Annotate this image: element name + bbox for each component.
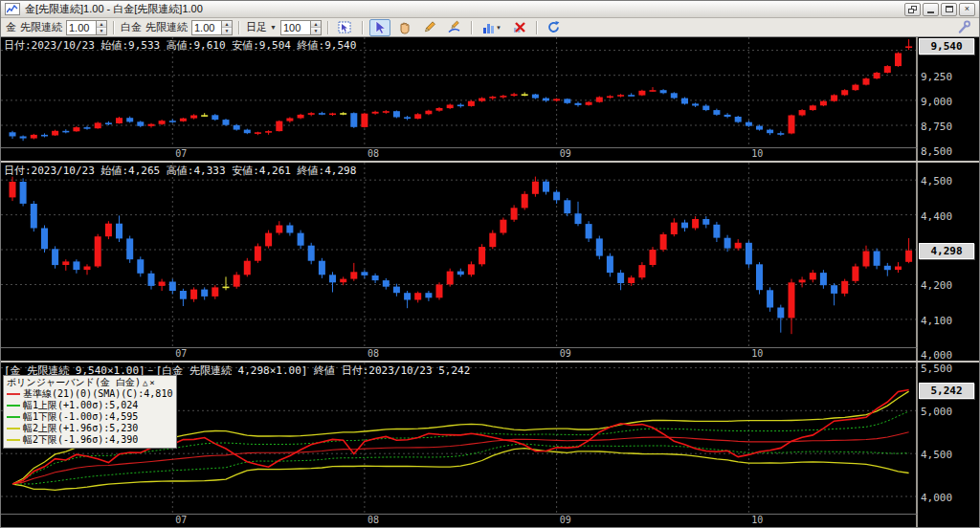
period-type-label: 日足 (246, 20, 267, 34)
y-axis-tick-label: 4,500 (921, 175, 952, 187)
gold-ratio-value[interactable]: 1.00 (67, 21, 96, 34)
y-axis-tick-label: 4,400 (921, 210, 952, 223)
gold-time-axis: 07080910 (1, 147, 918, 161)
toolbar-separator (113, 21, 115, 34)
x-axis-month-label: 07 (175, 515, 187, 525)
toolbar-separator (471, 21, 473, 34)
chevron-down-icon: ▼ (496, 25, 501, 31)
pen-curve-icon (447, 20, 461, 34)
bollinger-legend-item: 幅2下限(-1.96σ):4,390 (7, 434, 172, 446)
y-axis-tick-label: 9,250 (921, 71, 952, 83)
x-axis-month-label: 09 (560, 148, 571, 159)
platinum-chart-panel: 日付:2023/10/23 始値:4,265 高値:4,333 安値:4,261… (1, 161, 979, 361)
legend-close-icon[interactable]: × (149, 378, 154, 387)
select-arrow-icon (373, 20, 387, 34)
gold-price-axis: 9,540 9,2509,0008,7508,500 (918, 37, 979, 161)
refresh-button[interactable] (544, 19, 565, 36)
legend-item-label: 幅2下限(-1.96σ):4,390 (23, 434, 138, 445)
spin-up-button[interactable]: ▲ (222, 21, 232, 29)
y-axis-tick-label: 4,100 (921, 315, 952, 327)
delete-x-icon (512, 20, 526, 34)
x-axis-month-label: 10 (751, 515, 763, 525)
platinum-plot-area[interactable]: 日付:2023/10/23 始値:4,265 高値:4,333 安値:4,261… (1, 163, 918, 347)
platinum-time-axis: 07080910 (1, 347, 918, 361)
pan-tool-button[interactable] (394, 19, 415, 36)
chevron-down-icon: ▼ (270, 24, 277, 31)
y-axis-tick-label: 4,500 (921, 449, 952, 461)
x-axis-month-label: 08 (368, 348, 379, 359)
cross-line-tool-button[interactable] (335, 19, 356, 36)
gold-ohlc-info: 日付:2023/10/23 始値:9,533 高値:9,610 安値:9,504… (4, 38, 356, 53)
spin-down-button[interactable]: ▼ (311, 28, 321, 34)
platinum-symbol-label: 白金 (121, 20, 142, 34)
minimize-button[interactable] (923, 3, 939, 16)
x-axis-month-label: 07 (175, 348, 187, 359)
legend-collapse-icon[interactable]: △ (143, 378, 147, 387)
toolbar-separator (327, 21, 329, 34)
cross-line-icon (338, 20, 352, 34)
platinum-price-axis: 4,298 4,5004,4004,3004,2004,1004,000 (918, 163, 979, 361)
spin-up-button[interactable]: ▲ (97, 21, 106, 29)
app-chart-icon (5, 3, 20, 15)
window-title: 金[先限連続]1.00 - 白金[先限連続]1.00 (25, 2, 203, 16)
bollinger-legend-item: 幅2上限(+1.96σ):5,230 (7, 423, 172, 434)
legend-item-label: 基準線(21)(0)(SMA)(C):4,810 (23, 388, 172, 399)
hand-icon (397, 20, 412, 34)
gold-symbol-label: 金 (6, 20, 16, 34)
legend-item-label: 幅1下限(-1.00σ):4,595 (23, 411, 138, 422)
title-bar[interactable]: 金[先限連続]1.00 - 白金[先限連続]1.00 × (1, 1, 979, 18)
period-count-value[interactable]: 100 (281, 21, 310, 34)
bollinger-legend-item: 基準線(21)(0)(SMA)(C):4,810 (7, 388, 172, 400)
delete-indicator-button[interactable] (509, 19, 530, 36)
x-axis-month-label: 08 (368, 148, 379, 159)
maximize-button[interactable] (941, 3, 957, 16)
cascade-window-button[interactable] (904, 3, 921, 16)
y-axis-tick-label: 4,200 (921, 279, 952, 292)
gold-plot-area[interactable]: 日付:2023/10/23 始値:9,533 高値:9,610 安値:9,504… (1, 37, 918, 147)
refresh-icon (546, 20, 561, 34)
x-axis-month-label: 08 (368, 515, 379, 525)
bollinger-legend-item: 幅1上限(+1.00σ):5,024 (7, 400, 172, 411)
x-axis-month-label: 09 (560, 348, 571, 359)
pencil-icon (422, 20, 436, 34)
period-count-input[interactable]: 100 ▲▼ (280, 20, 322, 35)
y-axis-tick-label: 4,000 (921, 349, 952, 361)
gold-ratio-input[interactable]: 1.00 ▲▼ (66, 20, 107, 35)
spin-up-button[interactable]: ▲ (311, 21, 321, 29)
platinum-ratio-value[interactable]: 1.00 (192, 21, 221, 34)
select-tool-button[interactable] (369, 19, 390, 36)
x-axis-month-label: 10 (751, 348, 763, 359)
spin-down-button[interactable]: ▼ (97, 28, 106, 34)
wrench-icon (957, 20, 971, 34)
spread-chart-panel: [金 先限連続 9,540×1.00]－[白金 先限連続 4,298×1.00]… (1, 361, 979, 527)
y-axis-tick-label: 8,750 (921, 121, 952, 133)
y-axis-tick-label: 5,500 (921, 363, 952, 375)
chart-type-dropdown-button[interactable]: ▼ (479, 19, 505, 36)
legend-line-swatch (7, 393, 20, 395)
toolbar: 金 先限連続 1.00 ▲▼ 白金 先限連続 1.00 ▲▼ 日足 ▼ 100 … (1, 18, 979, 37)
chart-window: 金[先限連続]1.00 - 白金[先限連続]1.00 × 金 先限連続 1.00… (0, 0, 980, 528)
x-axis-month-label: 10 (751, 148, 763, 159)
bar-chart-icon (482, 21, 495, 34)
draw-line-tool-button[interactable] (419, 19, 440, 36)
bollinger-legend: ボリンジャーバンド(金 白金)△× 基準線(21)(0)(SMA)(C):4,8… (3, 375, 177, 449)
close-button[interactable]: × (959, 3, 975, 16)
x-axis-month-label: 07 (175, 148, 187, 159)
legend-line-swatch (7, 416, 20, 418)
x-axis-month-label: 09 (560, 515, 571, 525)
y-axis-tick-label: 9,000 (921, 96, 952, 108)
period-type-dropdown[interactable]: 日足 ▼ (246, 20, 277, 34)
spin-down-button[interactable]: ▼ (222, 28, 232, 34)
platinum-ohlc-info: 日付:2023/10/23 始値:4,265 高値:4,333 安値:4,261… (4, 164, 356, 178)
draw-pen-tool-button[interactable] (444, 19, 465, 36)
platinum-series-label: 先限連続 (145, 20, 188, 34)
settings-wrench-button[interactable] (953, 19, 974, 36)
legend-line-swatch (7, 405, 20, 407)
spread-price-axis: 5,242 5,5005,0004,5004,000 (918, 363, 979, 527)
legend-item-label: 幅1上限(+1.00σ):5,024 (23, 400, 138, 410)
platinum-ratio-input[interactable]: 1.00 ▲▼ (191, 20, 233, 35)
legend-line-swatch (7, 439, 20, 441)
y-axis-tick-label: 5,000 (921, 406, 952, 418)
bollinger-legend-item: 幅1下限(-1.00σ):4,595 (7, 411, 172, 423)
spread-plot-area[interactable]: [金 先限連続 9,540×1.00]－[白金 先限連続 4,298×1.00]… (1, 363, 918, 514)
